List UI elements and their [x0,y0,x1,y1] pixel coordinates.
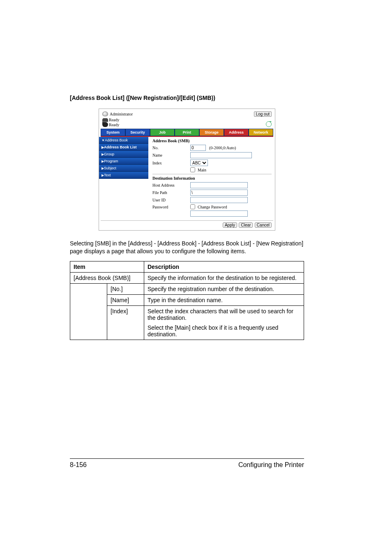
section-title: [Address Book List] ([New Registration]/… [70,95,304,101]
cell-desc-line: Select the [Main] check box if it is a f… [148,324,300,338]
dest-heading: Destination Information [152,176,272,180]
sidebar-item-text[interactable]: Text [99,172,148,179]
no-hint: (0-2000,0:Auto) [209,146,236,150]
cell-item: [Address Book (SMB)] [70,272,144,283]
description-table: Item Description [Address Book (SMB)] Sp… [70,261,304,340]
page-number: 8-156 [70,461,87,469]
refresh-icon[interactable] [266,121,272,127]
table-header-row: Item Description [70,261,304,272]
cancel-button[interactable]: Cancel [255,222,272,228]
change-password-label: Change Password [198,205,227,209]
intro-paragraph: Selecting [SMB] in the [Address] - [Addr… [70,240,304,255]
name-input[interactable] [190,152,252,158]
printer-icon [102,118,108,122]
table-row: [Address Book (SMB)] Specify the informa… [70,272,304,283]
tab-network[interactable]: Network [249,129,273,136]
cell-empty [70,283,107,340]
cell-desc-line: Select the index characters that will be… [148,308,300,321]
tab-storage[interactable]: Storage [199,129,224,136]
cell-desc: Type in the destination name. [144,294,304,305]
sidebar-item-program[interactable]: Program [99,158,148,165]
index-select[interactable]: ABC [190,160,208,166]
user-icon [102,111,108,116]
password-input[interactable] [190,210,248,217]
table-row: [No.] Specify the registration number of… [70,283,304,294]
cell-item: [No.] [107,283,144,294]
sidebar-item-group[interactable]: Group [99,151,148,158]
name-label: Name [152,153,188,157]
user-label: Administrator [110,112,133,116]
cell-desc: Specify the information for the destinat… [144,272,304,283]
tab-security[interactable]: Security [125,129,150,136]
toner-icon [102,122,108,127]
apply-button[interactable]: Apply [223,222,237,228]
cell-desc: Specify the registration number of the d… [144,283,304,294]
clear-button[interactable]: Clear [239,222,253,228]
header-item: Item [70,261,144,272]
host-input[interactable] [190,182,248,188]
header-description: Description [144,261,304,272]
cell-item: [Name] [107,294,144,305]
sidebar-item-address-book-list[interactable]: Address Book List [99,144,148,151]
chapter-title: Configuring the Printer [238,461,304,469]
cell-item: [Index] [107,305,144,340]
tab-system[interactable]: System [101,129,125,136]
form-heading: Address Book (SMB) [152,139,272,143]
path-label: File Path [152,190,188,195]
change-password-checkbox[interactable] [190,204,195,209]
page-footer: 8-156 Configuring the Printer [70,458,304,469]
tab-print[interactable]: Print [175,129,199,136]
main-checkbox[interactable] [190,167,195,172]
host-label: Host Address [152,183,188,187]
path-input[interactable] [190,190,248,196]
screenshot: Administrator Log out Ready Ready System… [99,109,275,231]
status-toner: Ready [109,123,120,127]
index-label: Index [152,161,188,165]
no-label: No. [152,146,188,150]
user-id-label: User ID [152,198,188,202]
logout-button[interactable]: Log out [254,111,272,117]
no-input[interactable] [190,145,206,151]
tab-address[interactable]: Address [224,129,249,136]
cell-desc: Select the index characters that will be… [144,305,304,340]
status-printer: Ready [109,118,120,122]
main-label: Main [198,168,206,172]
password-label: Password [152,205,188,209]
tab-job[interactable]: Job [150,129,175,136]
user-id-input[interactable] [190,197,248,203]
sidebar-item-address-book[interactable]: Address Book [99,137,148,144]
sidebar-item-subject[interactable]: Subject [99,165,148,172]
